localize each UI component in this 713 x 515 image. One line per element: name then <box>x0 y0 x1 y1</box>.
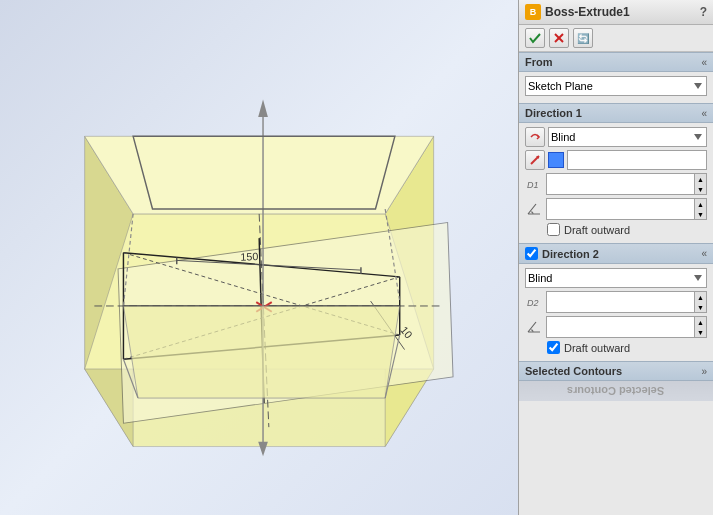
direction1-flip-button[interactable] <box>525 127 545 147</box>
direction1-depth-input-group: 100.00mm ▲ ▼ <box>546 173 707 195</box>
direction2-depth-down[interactable]: ▼ <box>695 302 706 312</box>
svg-text:D1: D1 <box>527 180 539 190</box>
direction2-depth-input-group: 30.00mm ▲ ▼ <box>546 291 707 313</box>
selected-contours-header[interactable]: Selected Contours » <box>519 361 713 381</box>
direction2-draft-row: Draft outward <box>525 341 707 354</box>
cancel-button[interactable] <box>549 28 569 48</box>
svg-marker-4 <box>85 136 434 214</box>
direction1-depth-down[interactable]: ▼ <box>695 184 706 194</box>
direction2-section-header[interactable]: Direction 2 « <box>519 243 713 264</box>
direction1-color-indicator <box>548 152 564 168</box>
reflection-area: Selected Contours <box>519 381 713 401</box>
direction2-type-dropdown[interactable]: Blind Through All Up to Next Up to Verte… <box>525 268 707 288</box>
from-dropdown-row: Sketch Plane Surface/Face/Plane Vertex O… <box>525 76 707 96</box>
direction1-angle-input[interactable]: 5.00deg <box>547 199 694 219</box>
direction2-angle-icon <box>525 318 543 336</box>
direction1-collapse-icon: « <box>701 108 707 119</box>
from-section-header[interactable]: From « <box>519 52 713 72</box>
svg-marker-26 <box>258 442 268 457</box>
direction1-color-row <box>525 150 707 170</box>
svg-marker-25 <box>258 99 268 116</box>
direction1-depth-row: D1 100.00mm ▲ ▼ <box>525 173 707 195</box>
direction2-depth-input[interactable]: 30.00mm <box>547 292 694 312</box>
viewport[interactable]: 150 10 <box>0 0 518 515</box>
direction2-angle-row: 30.00deg ▲ ▼ <box>525 316 707 338</box>
options-button[interactable]: 🔄 <box>573 28 593 48</box>
direction1-section-header[interactable]: Direction 1 « <box>519 103 713 123</box>
reflection-text: Selected Contours <box>567 385 664 397</box>
help-button[interactable]: ? <box>700 5 707 19</box>
feature-icon: B <box>525 4 541 20</box>
toolbar: 🔄 <box>519 25 713 52</box>
3d-shape: 150 10 <box>20 20 508 495</box>
from-section-body: Sketch Plane Surface/Face/Plane Vertex O… <box>519 72 713 103</box>
direction1-depth-input[interactable]: 100.00mm <box>547 174 694 194</box>
direction2-angle-input-group: 30.00deg ▲ ▼ <box>546 316 707 338</box>
direction2-angle-down[interactable]: ▼ <box>695 327 706 337</box>
direction2-angle-up[interactable]: ▲ <box>695 317 706 327</box>
properties-panel: B Boss-Extrude1 ? 🔄 From « Sketch Plane … <box>518 0 713 515</box>
direction1-dir-button[interactable] <box>525 150 545 170</box>
direction1-angle-down[interactable]: ▼ <box>695 209 706 219</box>
direction2-depth-spinner: ▲ ▼ <box>694 292 706 312</box>
direction2-draft-label: Draft outward <box>564 342 630 354</box>
ok-button[interactable] <box>525 28 545 48</box>
direction1-draft-checkbox[interactable] <box>547 223 560 236</box>
selected-contours-collapse-icon: » <box>701 366 707 377</box>
direction1-angle-spinner: ▲ ▼ <box>694 199 706 219</box>
selected-contours-label: Selected Contours <box>525 365 622 377</box>
direction1-type-row: Blind Through All Up to Next Up to Verte… <box>525 127 707 147</box>
direction1-type-dropdown[interactable]: Blind Through All Up to Next Up to Verte… <box>548 127 707 147</box>
direction2-angle-spinner: ▲ ▼ <box>694 317 706 337</box>
direction2-depth-icon: D2 <box>525 293 543 311</box>
panel-title: Boss-Extrude1 <box>545 5 630 19</box>
svg-text:150: 150 <box>240 250 258 263</box>
direction1-section-body: Blind Through All Up to Next Up to Verte… <box>519 123 713 243</box>
direction2-label: Direction 2 <box>542 248 599 260</box>
direction1-depth-icon: D1 <box>525 175 543 193</box>
direction2-depth-row: D2 30.00mm ▲ ▼ <box>525 291 707 313</box>
from-dropdown[interactable]: Sketch Plane Surface/Face/Plane Vertex O… <box>525 76 707 96</box>
direction1-angle-row: 5.00deg ▲ ▼ <box>525 198 707 220</box>
direction2-section-body: Blind Through All Up to Next Up to Verte… <box>519 264 713 361</box>
direction2-angle-input[interactable]: 30.00deg <box>547 317 694 337</box>
direction2-draft-checkbox[interactable] <box>547 341 560 354</box>
direction2-collapse-icon: « <box>701 248 707 259</box>
direction2-enable-checkbox[interactable] <box>525 247 538 260</box>
direction1-label: Direction 1 <box>525 107 582 119</box>
direction1-draft-label: Draft outward <box>564 224 630 236</box>
direction1-angle-up[interactable]: ▲ <box>695 199 706 209</box>
direction1-depth-up[interactable]: ▲ <box>695 174 706 184</box>
direction1-angle-icon <box>525 200 543 218</box>
direction2-depth-up[interactable]: ▲ <box>695 292 706 302</box>
svg-text:D2: D2 <box>527 298 539 308</box>
panel-title-bar: B Boss-Extrude1 ? <box>519 0 713 25</box>
direction1-depth-spinner: ▲ ▼ <box>694 174 706 194</box>
direction1-color-field[interactable] <box>567 150 707 170</box>
direction1-angle-input-group: 5.00deg ▲ ▼ <box>546 198 707 220</box>
from-label: From <box>525 56 553 68</box>
direction2-type-row: Blind Through All Up to Next Up to Verte… <box>525 268 707 288</box>
direction1-draft-row: Draft outward <box>525 223 707 236</box>
svg-marker-30 <box>123 306 399 398</box>
from-collapse-icon: « <box>701 57 707 68</box>
